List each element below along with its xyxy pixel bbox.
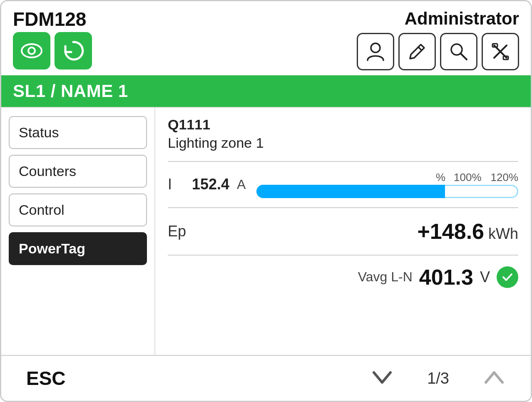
chevron-up-button[interactable] bbox=[482, 368, 506, 389]
sidebar-item-counters[interactable]: Counters bbox=[9, 155, 147, 188]
page-indicator: 1/3 bbox=[427, 370, 449, 387]
header-icons-right bbox=[357, 33, 519, 70]
chevron-up-icon bbox=[482, 368, 506, 387]
header: FDM128 Administr bbox=[1, 1, 531, 75]
svg-line-5 bbox=[460, 53, 467, 60]
search-icon bbox=[447, 40, 470, 63]
device-name: Q1111 bbox=[168, 116, 518, 133]
current-unit: A bbox=[237, 177, 246, 192]
vavg-label: Vavg L-N bbox=[358, 269, 413, 285]
refresh-icon bbox=[61, 39, 85, 63]
eye-icon bbox=[20, 39, 44, 63]
svg-point-1 bbox=[28, 47, 35, 54]
sidebar-item-powertag[interactable]: PowerTag bbox=[9, 232, 147, 265]
chevron-down-icon bbox=[370, 368, 394, 387]
current-bar-area: % 100% 120% bbox=[256, 171, 518, 198]
footer: ESC 1/3 bbox=[1, 355, 531, 401]
vavg-unit: V bbox=[480, 268, 490, 286]
search-button[interactable] bbox=[440, 33, 477, 70]
ep-unit: kWh bbox=[488, 225, 518, 243]
sidebar-item-status[interactable]: Status bbox=[9, 116, 147, 149]
app-title: FDM128 bbox=[13, 10, 92, 29]
bar-label-100: 100% bbox=[454, 171, 482, 184]
bar-label-percent: % bbox=[436, 171, 445, 184]
current-bar-track bbox=[256, 185, 518, 198]
svg-point-2 bbox=[371, 43, 380, 52]
current-value: 152.4 bbox=[192, 176, 229, 193]
current-row: I 152.4 A % 100% 120% bbox=[168, 165, 518, 204]
right-panel: Q1111 Lighting zone 1 I 152.4 A % 100% 1… bbox=[155, 108, 531, 355]
check-icon bbox=[501, 270, 514, 284]
tools-button[interactable] bbox=[482, 33, 519, 70]
bar-label-120: 120% bbox=[491, 171, 519, 184]
chevron-down-button[interactable] bbox=[370, 368, 394, 389]
svg-line-3 bbox=[418, 47, 422, 50]
device-zone: Lighting zone 1 bbox=[168, 135, 518, 151]
ep-row: Ep +148.6 kWh bbox=[168, 211, 518, 251]
header-right: Administrator bbox=[357, 9, 519, 70]
ep-value: +148.6 bbox=[418, 219, 485, 244]
tools-icon bbox=[489, 40, 512, 63]
header-icons-left bbox=[13, 32, 92, 69]
refresh-button[interactable] bbox=[55, 32, 92, 69]
vavg-value: 401.3 bbox=[419, 265, 473, 290]
current-bar-filled bbox=[256, 185, 445, 198]
bar-labels: % 100% 120% bbox=[256, 171, 518, 184]
divider-3 bbox=[168, 255, 518, 256]
admin-label: Administrator bbox=[405, 9, 519, 29]
svg-point-0 bbox=[22, 44, 42, 57]
vavg-status-ok bbox=[497, 266, 518, 288]
user-button[interactable] bbox=[357, 33, 394, 70]
footer-nav: 1/3 bbox=[370, 368, 506, 389]
divider-2 bbox=[168, 207, 518, 208]
title-bar: SL1 / NAME 1 bbox=[1, 75, 531, 107]
header-left: FDM128 bbox=[13, 10, 92, 69]
current-label: I bbox=[168, 176, 184, 193]
vavg-row: Vavg L-N 401.3 V bbox=[168, 259, 518, 290]
ep-label: Ep bbox=[168, 223, 186, 240]
edit-button[interactable] bbox=[398, 33, 436, 70]
ep-value-area: +148.6 kWh bbox=[418, 219, 519, 244]
eye-button[interactable] bbox=[13, 32, 50, 69]
user-icon bbox=[364, 40, 387, 63]
divider-1 bbox=[168, 161, 518, 162]
sidebar-item-control[interactable]: Control bbox=[9, 194, 147, 226]
main-content: Status Counters Control PowerTag Q1111 L… bbox=[1, 107, 531, 355]
sidebar: Status Counters Control PowerTag bbox=[1, 108, 155, 355]
edit-icon bbox=[406, 40, 428, 63]
esc-button[interactable]: ESC bbox=[26, 367, 66, 390]
current-bar-outline bbox=[445, 185, 518, 198]
